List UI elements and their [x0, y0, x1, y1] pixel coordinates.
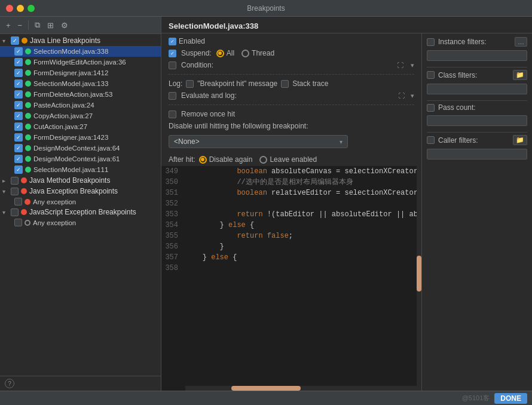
- instance-filters-checkbox[interactable]: [427, 38, 435, 46]
- bp-designmode61-checkbox[interactable]: [14, 155, 23, 163]
- bp-item-selectionmodel-338[interactable]: SelectionModel.java:338: [0, 46, 161, 57]
- suspend-all-option[interactable]: All: [216, 49, 234, 57]
- remove-breakpoint-button[interactable]: −: [16, 20, 25, 31]
- suspend-all-radio[interactable]: [216, 50, 224, 57]
- bp-item-designmodecontext-64[interactable]: DesignModeContext.java:64: [0, 143, 161, 154]
- log-message-checkbox[interactable]: [186, 80, 194, 88]
- group-js-exception-checkbox[interactable]: [11, 208, 19, 216]
- bp-item-pasteaction[interactable]: PasteAction.java:24: [0, 100, 161, 111]
- log-label: Log:: [169, 79, 182, 88]
- enabled-checkbox[interactable]: [169, 38, 176, 45]
- group-java-exception[interactable]: ▾ Java Exception Breakpoints: [0, 186, 161, 197]
- bp-js-exception-checkbox[interactable]: [14, 219, 22, 226]
- bp-formdelete-checkbox[interactable]: [14, 90, 23, 99]
- detail-header: SelectionModel.java:338: [161, 17, 532, 33]
- bp-formdesigner1412-checkbox[interactable]: [14, 69, 23, 77]
- group-java-line[interactable]: ▾ Java Line Breakpoints: [0, 35, 161, 46]
- bp-selectionmodel-338-checkbox[interactable]: [14, 47, 23, 56]
- line-content: boolean relativeEditor = selectionXCreat…: [185, 188, 421, 198]
- bp-paste-checkbox[interactable]: [14, 101, 23, 109]
- bp-formwidget-checkbox[interactable]: [14, 58, 23, 66]
- group-java-method[interactable]: ▸ Java Method Breakpoints: [0, 175, 161, 186]
- expand-condition-icon[interactable]: ⛶: [397, 62, 403, 69]
- none-dropdown[interactable]: <None> ▾: [169, 135, 348, 148]
- chevron-down-icon: ▾: [2, 38, 11, 44]
- bp-cut-checkbox[interactable]: [14, 122, 23, 131]
- group-java-line-checkbox[interactable]: [11, 36, 19, 45]
- disable-again-option[interactable]: Disable again: [199, 155, 253, 164]
- condition-dropdown-icon[interactable]: ▾: [411, 62, 414, 69]
- breakpoints-options-button[interactable]: ⚙: [59, 20, 71, 31]
- bp-item-cutaction[interactable]: CutAction.java:27: [0, 121, 161, 132]
- add-breakpoint-button[interactable]: +: [4, 20, 13, 31]
- evaluate-checkbox[interactable]: [169, 92, 176, 100]
- bp-copy-checkbox[interactable]: [14, 112, 23, 120]
- maximize-button[interactable]: [27, 5, 35, 12]
- group-java-method-checkbox[interactable]: [11, 177, 19, 185]
- line-number: 351: [161, 188, 185, 198]
- line-content: }: [185, 241, 421, 252]
- suspend-checkbox[interactable]: [169, 50, 176, 57]
- horizontal-scrollbar[interactable]: [185, 386, 417, 391]
- bp-cut-label: CutAction.java:27: [33, 123, 87, 130]
- done-button[interactable]: DONE: [494, 393, 527, 404]
- chevron-down-icon-2: ▾: [2, 188, 11, 195]
- caller-filters-checkbox[interactable]: [427, 136, 435, 144]
- suspend-thread-option[interactable]: Thread: [241, 49, 274, 57]
- pass-count-input[interactable]: [427, 115, 527, 126]
- bp-java-any-exception[interactable]: Any exception: [0, 197, 161, 207]
- instance-filters-input[interactable]: [427, 50, 527, 61]
- condition-checkbox[interactable]: [169, 62, 176, 69]
- bp-formdesigner1423-checkbox[interactable]: [14, 133, 23, 142]
- pass-count-checkbox[interactable]: [427, 104, 435, 112]
- scrollbar-thumb[interactable]: [417, 256, 421, 292]
- after-hit-row: After hit: Disable again Leave enabled: [161, 153, 421, 166]
- leave-enabled-radio[interactable]: [259, 156, 267, 164]
- minimize-button[interactable]: [17, 5, 24, 12]
- group-js-exception[interactable]: ▾ JavaScript Exception Breakpoints: [0, 207, 161, 217]
- remove-once-hit-checkbox[interactable]: [169, 111, 176, 118]
- expand-breakpoints-button[interactable]: ⊞: [45, 20, 56, 31]
- disable-again-radio[interactable]: [199, 156, 207, 164]
- bp-item-designmodecontext-61[interactable]: DesignModeContext.java:61: [0, 154, 161, 164]
- leave-enabled-option[interactable]: Leave enabled: [259, 155, 317, 164]
- line-number: 352: [161, 198, 185, 209]
- horizontal-scrollbar-thumb[interactable]: [231, 386, 301, 391]
- caller-filters-input[interactable]: [427, 149, 527, 159]
- instance-filters-browse-button[interactable]: …: [515, 37, 527, 47]
- bp-item-formdesigner-1412[interactable]: FormDesigner.java:1412: [0, 68, 161, 78]
- bp-selectionmodel133-checkbox[interactable]: [14, 79, 23, 88]
- evaluate-label: Evaluate and log:: [181, 91, 237, 100]
- enabled-label: Enabled: [179, 37, 205, 45]
- class-filters-checkbox[interactable]: [427, 71, 435, 79]
- bp-java-exception-checkbox[interactable]: [14, 198, 22, 205]
- bp-copy-dot: [25, 113, 31, 119]
- breakpoints-list: ▾ Java Line Breakpoints SelectionModel.j…: [0, 34, 161, 376]
- caller-filters-browse-button[interactable]: 📁: [513, 135, 527, 145]
- vertical-scrollbar[interactable]: [417, 166, 421, 391]
- bp-item-selectionmodel-133[interactable]: SelectionModel.java:133: [0, 78, 161, 89]
- suspend-thread-radio[interactable]: [241, 50, 249, 57]
- close-button[interactable]: [6, 5, 13, 12]
- class-filters-browse-button[interactable]: 📁: [513, 70, 527, 80]
- code-line: 354 } else {: [161, 220, 421, 231]
- bp-selectionmodel111-checkbox[interactable]: [14, 165, 23, 174]
- bp-item-formdesigner-1423[interactable]: FormDesigner.java:1423: [0, 132, 161, 143]
- class-filters-input[interactable]: [427, 84, 527, 94]
- log-stack-trace-checkbox[interactable]: [281, 80, 289, 88]
- line-content: boolean absoluteCanvas = selectionXCreat…: [185, 166, 421, 177]
- bp-item-copyaction[interactable]: CopyAction.java:27: [0, 111, 161, 121]
- bp-designmode61-dot: [25, 156, 31, 162]
- bp-designmode64-checkbox[interactable]: [14, 144, 23, 152]
- window-controls[interactable]: [6, 5, 35, 12]
- expand-evaluate-icon[interactable]: ⛶: [398, 92, 405, 99]
- copy-breakpoint-button[interactable]: ⧉: [32, 19, 42, 31]
- group-java-exception-checkbox[interactable]: [11, 188, 19, 195]
- evaluate-dropdown-icon[interactable]: ▾: [411, 92, 414, 100]
- bp-item-formwidgeteditaction[interactable]: FormWidgetEditAction.java:36: [0, 57, 161, 68]
- bp-item-formdeleteaction[interactable]: FormDeleteAction.java:53: [0, 89, 161, 100]
- help-button[interactable]: ?: [5, 379, 14, 388]
- bp-item-selectionmodel-111[interactable]: SelectionModel.java:111: [0, 164, 161, 175]
- enabled-checkbox-label[interactable]: Enabled: [169, 37, 205, 45]
- bp-js-any-exception[interactable]: Any exception: [0, 217, 161, 228]
